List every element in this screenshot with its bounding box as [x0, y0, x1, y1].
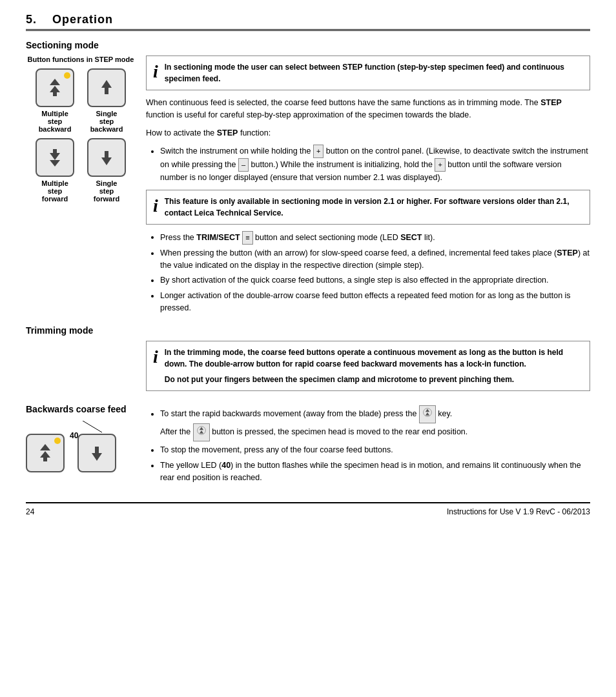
multiple-step-backward-label: Multiplestepbackward — [39, 110, 72, 133]
svg-marker-9 — [101, 157, 112, 165]
activate-text: How to activate the STEP function: — [146, 127, 590, 139]
btn-pair-top: Multiplestepbackward Singlestepbackward — [26, 68, 136, 133]
svg-rect-13 — [43, 458, 47, 461]
btn-pair-bottom: Multiplestepforward Singlestepforward — [26, 138, 136, 203]
button-icons-col: Button functions in STEP mode Multip — [26, 56, 136, 320]
minus-btn-inline: – — [238, 158, 249, 172]
page-header: 5. Operation — [26, 13, 590, 31]
multiple-step-backward-item: Multiplestepbackward — [32, 68, 77, 133]
single-step-forward-item: Singlestepforward — [84, 138, 129, 203]
info-box-2: i This feature is only available in sect… — [146, 190, 590, 225]
backwards-right: To start the rapid backwards movement (a… — [146, 404, 590, 490]
single-step-backward-label: Singlestepbackward — [90, 110, 123, 133]
svg-rect-14 — [95, 447, 99, 453]
bullet-trim-sect: Press the TRIM/SECT ≡ button and select … — [160, 231, 590, 245]
backwards-bullet-2: To stop the movement, press any of the f… — [160, 444, 590, 456]
trimming-warning: Do not put your fingers between the spec… — [165, 374, 583, 385]
trimming-mode-title: Trimming mode — [26, 325, 590, 336]
svg-rect-4 — [105, 88, 108, 94]
backwards-coarse-feed-title: Backwards coarse feed — [26, 404, 136, 414]
info-icon-3: i — [153, 347, 158, 366]
svg-marker-11 — [40, 444, 50, 450]
svg-marker-7 — [50, 160, 60, 167]
backwards-icon-inline-2 — [196, 425, 207, 436]
plus-btn-inline: + — [313, 145, 323, 158]
version-info: Instructions for Use V 1.9 RevC - 06/201… — [447, 507, 590, 516]
svg-line-10 — [83, 421, 102, 432]
page-footer: 24 Instructions for Use V 1.9 RevC - 06/… — [26, 502, 590, 516]
bullet-step-feed: When pressing the button (with an arrow)… — [160, 247, 590, 272]
trimming-info-text: In the trimming mode, the coarse feed bu… — [165, 347, 583, 385]
backwards-left: Backwards coarse feed 40 — [26, 404, 136, 490]
double-up-arrows-icon — [43, 76, 67, 99]
backwards-btn-icon-2 — [77, 434, 116, 472]
multiple-step-backward-icon — [36, 68, 74, 107]
plus-btn-inline-2: + — [435, 158, 445, 172]
page-number: 24 — [26, 507, 34, 516]
svg-marker-3 — [101, 80, 112, 88]
step-bullets: Switch the instrument on while holding t… — [146, 145, 590, 184]
trimming-right: i In the trimming mode, the coarse feed … — [146, 341, 590, 398]
backwards-btn-inline — [419, 405, 436, 423]
single-step-backward-icon — [87, 68, 126, 107]
svg-marker-0 — [50, 79, 60, 85]
info-icon-2: i — [153, 196, 158, 215]
backwards-icon-inline — [422, 407, 433, 418]
single-step-forward-label: Singlestepforward — [94, 179, 119, 203]
svg-rect-5 — [53, 149, 57, 153]
trim-sect-btn-inline: ≡ — [242, 231, 252, 245]
trimming-left — [26, 341, 136, 398]
multiple-step-forward-label: Multiplestepforward — [41, 179, 68, 203]
svg-rect-8 — [105, 151, 108, 157]
info-box-2-text: This feature is only available in sectio… — [165, 196, 583, 219]
backwards-single-down-icon — [85, 441, 108, 465]
single-step-forward-icon — [87, 138, 126, 177]
section-title: 5. Operation — [26, 13, 590, 26]
backwards-btn-inline-2 — [193, 423, 210, 441]
multiple-step-forward-item: Multiplestepforward — [32, 138, 77, 203]
trimming-info-box: i In the trimming mode, the coarse feed … — [146, 341, 590, 391]
sectioning-content: Button functions in STEP mode Multip — [26, 56, 590, 320]
bullet-quick-feed: By short activation of the quick coarse … — [160, 274, 590, 287]
backwards-bullet-1: To start the rapid backwards movement (a… — [160, 405, 590, 442]
bullet-longer-activation: Longer activation of the double-arrow co… — [160, 290, 590, 315]
bullet-1: Switch the instrument on while holding t… — [160, 145, 590, 184]
trimming-content: i In the trimming mode, the coarse feed … — [26, 341, 590, 398]
backwards-double-up-icon — [34, 441, 57, 465]
single-up-arrow-icon — [95, 76, 118, 99]
sectioning-bullets-2: Press the TRIM/SECT ≡ button and select … — [146, 231, 590, 315]
backwards-bullet-3: The yellow LED (40) in the button flashe… — [160, 460, 590, 485]
trimming-info-p1: In the trimming mode, the coarse feed bu… — [165, 347, 583, 370]
backwards-btn-icon-1 — [26, 434, 65, 472]
info-box-1-text: In sectioning mode the user can select b… — [165, 61, 583, 85]
btn-functions-label: Button functions in STEP mode — [26, 56, 136, 63]
sectioning-mode-title: Sectioning mode — [26, 40, 590, 50]
multiple-step-forward-icon — [36, 138, 74, 177]
sectioning-mode-section: Sectioning mode Button functions in STEP… — [26, 40, 590, 320]
svg-marker-6 — [50, 153, 60, 160]
svg-marker-12 — [40, 451, 50, 458]
yellow-dot — [64, 72, 70, 79]
sectioning-right-col: i In sectioning mode the user can select… — [146, 56, 590, 320]
info-icon-1: i — [153, 61, 158, 81]
backwards-icons: 40 — [26, 434, 136, 472]
svg-marker-1 — [50, 86, 60, 92]
single-step-backward-item: Singlestepbackward — [84, 68, 129, 133]
single-down-arrow-icon — [95, 146, 118, 169]
page-container: 5. Operation Sectioning mode Button func… — [26, 13, 590, 516]
backwards-coarse-feed-section: Backwards coarse feed 40 — [26, 404, 590, 490]
trimming-mode-section: Trimming mode i In the trimming mode, th… — [26, 325, 590, 398]
backwards-content: Backwards coarse feed 40 — [26, 404, 590, 490]
yellow-dot-2 — [54, 438, 61, 444]
body-text-1: When continuous feed is selected, the co… — [146, 97, 590, 122]
svg-marker-15 — [92, 453, 102, 461]
double-down-arrows-icon — [43, 146, 67, 169]
backwards-bullets: To start the rapid backwards movement (a… — [146, 405, 590, 485]
info-box-1: i In sectioning mode the user can select… — [146, 56, 590, 90]
svg-rect-2 — [53, 92, 57, 96]
